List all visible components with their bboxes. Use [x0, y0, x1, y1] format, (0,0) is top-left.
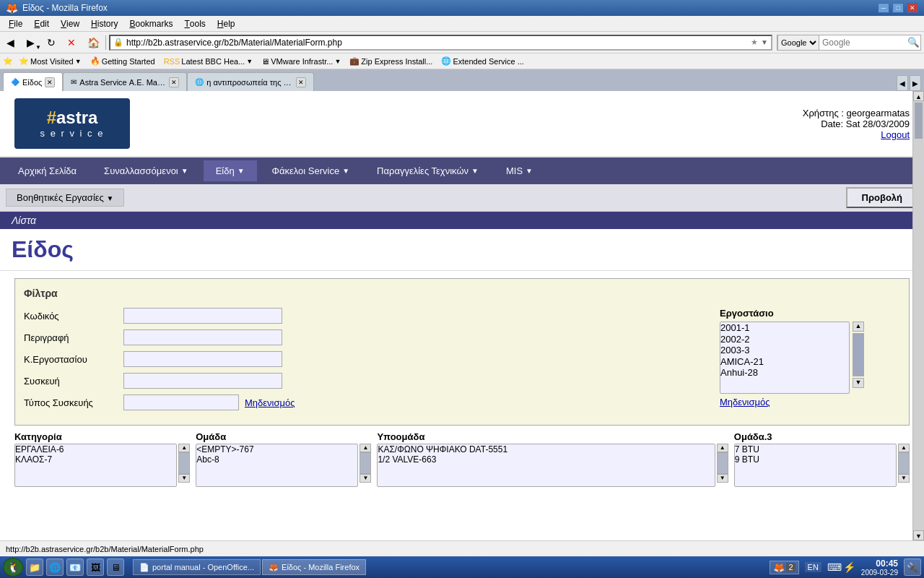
- search-input[interactable]: [819, 37, 906, 48]
- scroll-up-btn[interactable]: ▲: [913, 91, 924, 101]
- astra-logo: #astra s e r v i c e: [14, 98, 130, 149]
- filter-label-siskevi: Συσκευή: [24, 376, 118, 387]
- bookmark-extended[interactable]: 🌐 Extended Service ...: [438, 55, 526, 67]
- menu-edit[interactable]: Edit: [28, 16, 55, 31]
- ypomaada-select[interactable]: ΚΑΣ/ΦΩΝΟ ΨΗΦΙΑΚΟ DAT-5551 1/2 VALVE-663: [377, 444, 715, 487]
- page-scrollbar[interactable]: ▲ ▼: [912, 91, 924, 540]
- nav-contacts[interactable]: Συναλλασσόμενοι ▼: [92, 160, 201, 181]
- tab-jvc[interactable]: 🌐 η αντιπροσωπεία της Jvc εξ... ✕: [187, 72, 314, 91]
- tab-close-button[interactable]: ✕: [296, 77, 306, 87]
- nav-folders[interactable]: Φάκελοι Service ▼: [260, 160, 362, 181]
- filter-input-siskevi[interactable]: [123, 373, 282, 389]
- bookmark-zip[interactable]: 💼 Zip Express Install...: [346, 55, 435, 67]
- menu-bookmarks[interactable]: Bookmarks: [123, 16, 178, 31]
- subnav-helpworks[interactable]: Βοηθητικές Εργασίες ▼: [6, 189, 124, 207]
- ypomaada-scrollbar: ▲ ▼: [717, 444, 728, 487]
- menu-file[interactable]: File: [3, 16, 28, 31]
- nav-mis[interactable]: MIS ▼: [494, 160, 545, 181]
- taskbar-window-firefox[interactable]: 🦊 Είδος - Mozilla Firefox: [262, 559, 366, 575]
- kategoria-option-1[interactable]: ΚΛΑΟΣ-7: [15, 454, 176, 465]
- search-button[interactable]: 🔍: [906, 35, 920, 50]
- subnav-label: Βοηθητικές Εργασίες: [17, 192, 104, 203]
- factory-option-4[interactable]: Anhui-28: [720, 367, 849, 379]
- scroll-down[interactable]: ▼: [853, 378, 864, 388]
- back-button[interactable]: ◀: [3, 34, 22, 51]
- reset-link-typos[interactable]: Μηδενισμός: [245, 397, 295, 408]
- menu-help[interactable]: Help: [212, 16, 241, 31]
- maximize-button[interactable]: □: [892, 3, 904, 13]
- close-button[interactable]: ✕: [907, 3, 918, 13]
- address-input[interactable]: [126, 38, 748, 48]
- taskbar-window-openoffice[interactable]: 📄 portal manual - OpenOffice...: [133, 559, 261, 575]
- window-controls[interactable]: ─ □ ✕: [878, 3, 918, 13]
- stop-button[interactable]: ✕: [64, 34, 82, 51]
- tab-scroll-right[interactable]: ▶: [910, 75, 921, 91]
- menu-history[interactable]: History: [85, 16, 123, 31]
- filter-input-perigrafi[interactable]: [123, 329, 282, 345]
- taskbar-icon-4[interactable]: 🖥: [107, 558, 124, 576]
- factory-option-1[interactable]: 2002-2: [720, 334, 849, 345]
- bookmark-most-visited[interactable]: ⭐ Most Visited ▼: [16, 55, 84, 67]
- scroll-up[interactable]: ▲: [178, 444, 190, 452]
- taskbar-icon-right[interactable]: 🔌: [904, 558, 921, 576]
- nav-eidi[interactable]: Είδη ▼: [204, 160, 257, 181]
- scroll-up[interactable]: ▲: [717, 444, 728, 452]
- scroll-down-btn[interactable]: ▼: [913, 530, 924, 540]
- factory-option-3[interactable]: AMICA-21: [720, 356, 849, 368]
- logout-link[interactable]: Logout: [803, 129, 910, 140]
- clock-time: 00:45: [861, 558, 898, 569]
- taskbar-icon-1[interactable]: 🌐: [46, 558, 64, 576]
- search-engine-select[interactable]: Google: [777, 35, 819, 51]
- scroll-down[interactable]: ▼: [359, 474, 371, 483]
- omada3-option-1[interactable]: 9 BTU: [735, 454, 896, 465]
- omada-option-1[interactable]: Abc-8: [196, 454, 357, 465]
- tab-eidos[interactable]: 🔷 Είδος ✕: [3, 72, 63, 91]
- scroll-down[interactable]: ▼: [178, 474, 190, 483]
- menu-view[interactable]: View: [55, 16, 85, 31]
- taskbar-icon-3[interactable]: 🖼: [87, 558, 104, 576]
- tab-scroll-left[interactable]: ◀: [897, 75, 908, 91]
- scroll-up[interactable]: ▲: [853, 322, 864, 332]
- omada3-select[interactable]: 7 BTU 9 BTU: [734, 444, 897, 487]
- bookmark-getting-started[interactable]: 🔥 Getting Started: [87, 55, 158, 67]
- firefox-tray[interactable]: 🦊 2: [770, 561, 798, 574]
- scroll-up[interactable]: ▲: [898, 444, 910, 452]
- factory-select[interactable]: 2001-1 2002-2 2003-3 AMICA-21 Anhui-28: [720, 322, 850, 394]
- omada-option-0[interactable]: <EMPTY>-767: [196, 444, 357, 454]
- nav-label: Συναλλασσόμενοι: [104, 165, 178, 176]
- section-header: Λίστα: [0, 212, 924, 229]
- omada3-option-0[interactable]: 7 BTU: [735, 444, 896, 454]
- bookmark-vmware[interactable]: 🖥 VMware Infrastr... ▼: [258, 56, 344, 67]
- tab-close-button[interactable]: ✕: [45, 77, 55, 87]
- filter-input-kergostasiou[interactable]: [123, 351, 282, 367]
- kategoria-option-0[interactable]: ΕΡΓΑΛΕΙΑ-6: [15, 444, 176, 454]
- tab-close-button[interactable]: ✕: [169, 77, 179, 87]
- nav-orders[interactable]: Παραγγελίες Τεχνικών ▼: [365, 160, 491, 181]
- reset-link-factory[interactable]: Μηδενισμός: [720, 397, 900, 407]
- nav-home[interactable]: Αρχική Σελίδα: [6, 160, 89, 181]
- forward-button[interactable]: ▶▼: [23, 34, 42, 51]
- scroll-down[interactable]: ▼: [898, 474, 910, 483]
- view-button[interactable]: Προβολή: [846, 187, 918, 208]
- kategoria-select[interactable]: ΕΡΓΑΛΕΙΑ-6 ΚΛΑΟΣ-7: [14, 444, 177, 487]
- filter-input-typos[interactable]: [123, 394, 239, 410]
- home-button[interactable]: 🏠: [84, 34, 103, 51]
- tab-mail[interactable]: ✉ Astra Service Α.Ε. Mail - ? ???... ✕: [63, 72, 187, 91]
- minimize-button[interactable]: ─: [878, 3, 889, 13]
- filter-input-kodikos[interactable]: [123, 308, 282, 324]
- omada-select[interactable]: <EMPTY>-767 Abc-8: [196, 444, 358, 487]
- scroll-up[interactable]: ▲: [359, 444, 371, 452]
- scroll-down[interactable]: ▼: [717, 474, 728, 483]
- factory-option-2[interactable]: 2003-3: [720, 345, 849, 356]
- taskbar-icon-2[interactable]: 📧: [66, 558, 84, 576]
- bookmark-bbc[interactable]: RSS Latest BBC Hea... ▼: [161, 56, 256, 67]
- scroll-thumb[interactable]: [915, 103, 923, 139]
- taskbar-icon-0[interactable]: 📁: [26, 558, 43, 576]
- factory-option-0[interactable]: 2001-1: [720, 322, 849, 334]
- ypomaada-option-1[interactable]: 1/2 VALVE-663: [378, 454, 714, 465]
- reload-button[interactable]: ↻: [43, 34, 62, 51]
- ypomaada-option-0[interactable]: ΚΑΣ/ΦΩΝΟ ΨΗΦΙΑΚΟ DAT-5551: [378, 444, 714, 454]
- start-button[interactable]: 🐧: [3, 558, 23, 577]
- address-bar[interactable]: 🔒 ★ ▼: [109, 35, 772, 51]
- menu-tools[interactable]: Tools: [178, 16, 211, 31]
